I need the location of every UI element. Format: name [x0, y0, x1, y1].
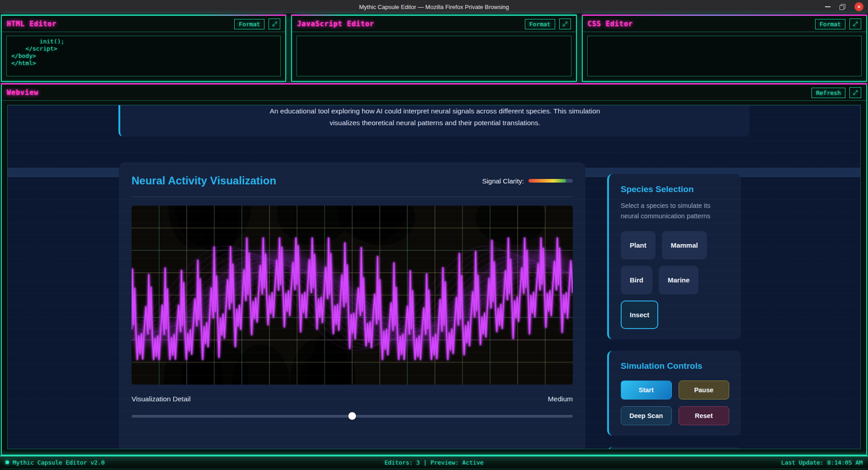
css-format-button[interactable]: Format	[815, 19, 845, 29]
html-code-area[interactable]: init(); </script> </body> </html>	[6, 36, 281, 76]
visualization-title: Neural Activity Visualization	[132, 174, 276, 187]
expand-icon: ⤢	[272, 20, 277, 27]
neural-waveform-canvas[interactable]	[132, 206, 573, 385]
species-selection-panel: Species Selection Select a species to si…	[607, 174, 741, 339]
reset-button[interactable]: Reset	[679, 406, 730, 425]
window-titlebar: Mythic Capsule Editor — Mozilla Firefox …	[0, 0, 868, 14]
visualization-card-header: Neural Activity Visualization Signal Cla…	[132, 174, 573, 187]
webview-header: Webview Refresh ⤢	[2, 85, 866, 101]
close-icon: ✕	[857, 4, 861, 10]
webview-content: An educational tool exploring how AI cou…	[7, 105, 861, 449]
css-editor-title: CSS Editor	[588, 20, 633, 28]
species-button-bird[interactable]: Bird	[621, 266, 652, 294]
signal-clarity: Signal Clarity:	[482, 177, 573, 185]
start-button[interactable]: Start	[621, 381, 672, 400]
waveform-canvas-frame	[132, 206, 573, 385]
species-button-mammal[interactable]: Mammal	[662, 231, 707, 259]
species-selection-subtitle: Select a species to simulate its neural …	[621, 201, 729, 221]
sidebar: Species Selection Select a species to si…	[607, 174, 741, 449]
info-banner-line1: An educational tool exploring how AI cou…	[138, 105, 731, 117]
status-app-version: Mythic Capsule Editor v2.0	[13, 459, 105, 466]
pause-button[interactable]: Pause	[679, 381, 730, 400]
expand-icon: ⤢	[853, 89, 858, 96]
html-code-text: init(); </script> </body> </html>	[11, 38, 276, 67]
javascript-expand-button[interactable]: ⤢	[559, 19, 571, 29]
javascript-format-button[interactable]: Format	[525, 19, 555, 29]
minimize-button[interactable]	[825, 6, 830, 7]
expand-icon: ⤢	[562, 20, 567, 27]
window-title: Mythic Capsule Editor — Mozilla Firefox …	[359, 4, 509, 10]
visualization-detail-value: Medium	[548, 395, 573, 403]
html-expand-button[interactable]: ⤢	[269, 19, 280, 29]
visualization-detail-label: Visualization Detail	[132, 395, 191, 403]
html-editor-panel: HTML Editor Format ⤢ init(); </script> <…	[1, 15, 286, 82]
species-button-insect[interactable]: Insect	[621, 301, 658, 329]
javascript-editor-header: JavaScript Editor Format ⤢	[292, 16, 576, 32]
javascript-editor-panel: JavaScript Editor Format ⤢	[291, 15, 576, 82]
species-selection-title: Species Selection	[621, 184, 729, 194]
css-editor-panel: CSS Editor Format ⤢	[582, 15, 867, 82]
species-button-grid: PlantMammalBirdMarineInsect	[621, 231, 729, 329]
detail-slider[interactable]	[132, 412, 573, 420]
window-controls: ✕	[825, 0, 863, 14]
css-code-area[interactable]	[587, 36, 862, 76]
detail-row: Visualization Detail Medium	[132, 395, 573, 403]
close-button[interactable]: ✕	[854, 2, 863, 11]
html-editor-header: HTML Editor Format ⤢	[2, 16, 285, 32]
controls-button-grid: StartPauseDeep ScanReset	[621, 381, 729, 425]
html-format-button[interactable]: Format	[234, 19, 264, 29]
slider-thumb[interactable]	[349, 412, 356, 420]
simulation-controls-title: Simulation Controls	[621, 361, 729, 371]
status-center: Editors: 3 | Preview: Active	[384, 459, 483, 466]
status-left: Mythic Capsule Editor v2.0	[5, 459, 105, 466]
visualization-card: Neural Activity Visualization Signal Cla…	[119, 162, 585, 449]
webview-title: Webview	[7, 89, 38, 97]
info-banner: An educational tool exploring how AI cou…	[118, 105, 750, 136]
css-expand-button[interactable]: ⤢	[849, 19, 861, 29]
species-button-marine[interactable]: Marine	[659, 266, 698, 294]
webview-panel: Webview Refresh ⤢ An educational tool ex…	[1, 84, 867, 456]
webview-expand-button[interactable]: ⤢	[849, 87, 861, 98]
javascript-code-area[interactable]	[297, 36, 571, 76]
status-dot-icon	[5, 461, 9, 464]
divider	[132, 197, 573, 197]
signal-clarity-label: Signal Clarity:	[482, 177, 524, 185]
species-button-plant[interactable]: Plant	[621, 231, 656, 259]
signal-clarity-fill	[528, 179, 566, 183]
refresh-button[interactable]: Refresh	[811, 88, 845, 98]
simulation-controls-panel: Simulation Controls StartPauseDeep ScanR…	[607, 351, 741, 436]
minimize-icon	[825, 6, 830, 7]
signal-parameters-panel: Signal Parameters Signal Intensity Mediu…	[607, 447, 741, 449]
restore-button[interactable]	[840, 4, 845, 10]
expand-icon: ⤢	[853, 20, 858, 27]
signal-clarity-bar	[528, 179, 573, 183]
css-editor-header: CSS Editor Format ⤢	[583, 16, 866, 32]
status-last-update: Last Update: 8:14:05 AM	[781, 459, 863, 466]
firefox-window: Mythic Capsule Editor — Mozilla Firefox …	[0, 0, 868, 470]
javascript-editor-title: JavaScript Editor	[297, 20, 374, 28]
editors-row: HTML Editor Format ⤢ init(); </script> <…	[0, 14, 868, 84]
html-editor-title: HTML Editor	[7, 20, 57, 28]
status-bar: Mythic Capsule Editor v2.0 Editors: 3 | …	[0, 456, 868, 468]
deep-scan-button[interactable]: Deep Scan	[621, 406, 672, 425]
info-banner-line2: visualizes theoretical neural patterns a…	[138, 117, 731, 129]
